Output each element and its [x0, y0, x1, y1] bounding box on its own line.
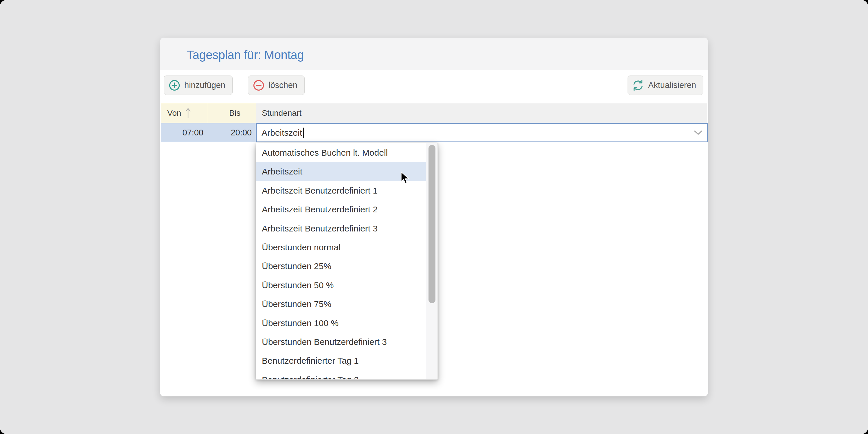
add-button-label: hinzufügen: [184, 81, 225, 90]
stundenart-dropdown: Automatisches Buchen lt. ModellArbeitsze…: [256, 143, 438, 380]
dropdown-scrollbar-track[interactable]: [426, 143, 437, 379]
refresh-button[interactable]: Aktualisieren: [627, 75, 703, 95]
delete-button[interactable]: löschen: [248, 75, 305, 95]
dropdown-item[interactable]: Überstunden 75%: [256, 294, 437, 313]
refresh-button-label: Aktualisieren: [648, 81, 696, 90]
dropdown-item[interactable]: Überstunden 25%: [256, 257, 437, 275]
cell-bis[interactable]: 20:00: [208, 123, 256, 142]
dropdown-item[interactable]: Automatisches Buchen lt. Modell: [256, 143, 437, 162]
chevron-down-icon[interactable]: [694, 130, 703, 135]
tagesplan-dialog: Tagesplan für: Montag hinzufügen löschen: [160, 38, 708, 396]
column-header-stundenart[interactable]: Stundenart: [256, 103, 707, 123]
minus-circle-icon: [253, 79, 265, 91]
dropdown-item[interactable]: Benutzerdefinierter Tag 1: [256, 351, 437, 370]
dropdown-item[interactable]: Arbeitszeit Benutzerdefiniert 2: [256, 200, 437, 219]
add-button[interactable]: hinzufügen: [164, 75, 232, 95]
text-caret: [303, 128, 304, 138]
dropdown-item[interactable]: Überstunden 100 %: [256, 314, 437, 333]
dropdown-item[interactable]: Überstunden 50 %: [256, 276, 437, 294]
stundenart-combobox[interactable]: Arbeitszeit: [256, 123, 708, 142]
refresh-icon: [631, 79, 644, 92]
combobox-value: Arbeitszeit: [261, 128, 302, 138]
desktop-background: Tagesplan für: Montag hinzufügen löschen: [0, 0, 868, 434]
table-row[interactable]: 07:00 20:00: [161, 123, 256, 142]
cell-von[interactable]: 07:00: [161, 123, 208, 142]
dropdown-item[interactable]: Arbeitszeit Benutzerdefiniert 3: [256, 219, 437, 238]
column-label-von: Von: [167, 108, 181, 118]
plus-circle-icon: [168, 79, 181, 91]
dropdown-item[interactable]: Überstunden normal: [256, 238, 437, 257]
dialog-header: Tagesplan für: Montag: [160, 38, 708, 70]
dropdown-item[interactable]: Benutzerdefinierter Tag 2: [256, 370, 437, 380]
column-header-bis[interactable]: Bis: [208, 103, 256, 123]
table-header: Von Bis Stundenart: [161, 103, 707, 123]
dropdown-item[interactable]: Überstunden Benutzerdefiniert 3: [256, 333, 437, 351]
sort-ascending-icon: [184, 107, 192, 120]
column-label-stundenart: Stundenart: [262, 108, 302, 118]
column-header-von[interactable]: Von: [161, 103, 208, 123]
delete-button-label: löschen: [269, 81, 298, 90]
mouse-cursor: [400, 171, 410, 185]
dropdown-scrollbar-thumb[interactable]: [429, 145, 435, 303]
dialog-title: Tagesplan für: Montag: [187, 48, 304, 62]
column-label-bis: Bis: [229, 108, 241, 118]
